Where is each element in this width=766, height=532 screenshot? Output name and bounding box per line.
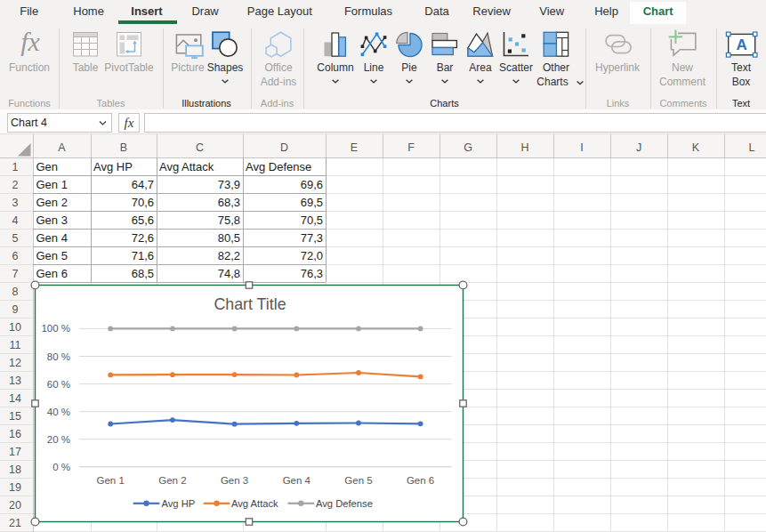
svg-text:Gen 1: Gen 1 — [36, 178, 68, 191]
svg-text:8: 8 — [12, 286, 19, 298]
svg-text:70,5: 70,5 — [301, 214, 323, 227]
svg-text:Gen 4: Gen 4 — [283, 475, 311, 486]
svg-text:Avg Defense: Avg Defense — [246, 160, 311, 173]
svg-text:82,2: 82,2 — [218, 249, 240, 262]
svg-text:Avg Defense: Avg Defense — [316, 498, 373, 509]
svg-text:Chart Title: Chart Title — [214, 295, 286, 313]
svg-text:65,6: 65,6 — [132, 214, 154, 227]
svg-text:20 %: 20 % — [47, 434, 70, 445]
svg-text:D: D — [280, 141, 288, 154]
svg-text:71,6: 71,6 — [132, 249, 154, 262]
svg-text:6: 6 — [12, 250, 19, 262]
svg-text:Gen 6: Gen 6 — [36, 267, 68, 280]
svg-text:1: 1 — [12, 161, 19, 173]
svg-text:19: 19 — [9, 481, 21, 494]
svg-text:Gen 4: Gen 4 — [36, 231, 68, 245]
svg-text:G: G — [464, 141, 472, 154]
svg-text:Gen 1: Gen 1 — [97, 475, 125, 486]
svg-text:A: A — [58, 141, 66, 154]
svg-text:C: C — [196, 141, 204, 154]
svg-text:J: J — [636, 141, 641, 154]
svg-text:Avg Attack: Avg Attack — [231, 498, 278, 509]
svg-text:70,6: 70,6 — [132, 196, 154, 209]
svg-text:I: I — [580, 141, 583, 154]
svg-text:64,7: 64,7 — [132, 178, 154, 191]
svg-text:20: 20 — [9, 499, 21, 512]
svg-text:3: 3 — [12, 197, 19, 209]
svg-text:74,8: 74,8 — [218, 267, 240, 280]
svg-text:14: 14 — [9, 392, 21, 405]
svg-text:75,8: 75,8 — [218, 214, 240, 227]
svg-text:100 %: 100 % — [41, 323, 70, 334]
svg-text:H: H — [520, 141, 528, 154]
svg-text:Gen 3: Gen 3 — [221, 475, 248, 486]
svg-text:Avg Attack: Avg Attack — [159, 160, 214, 173]
svg-text:21: 21 — [9, 517, 21, 529]
svg-text:E: E — [351, 141, 358, 154]
svg-text:80,5: 80,5 — [218, 231, 240, 245]
svg-text:73,9: 73,9 — [218, 178, 240, 191]
svg-text:68,3: 68,3 — [218, 196, 240, 209]
svg-text:72,0: 72,0 — [301, 249, 323, 262]
svg-text:77,3: 77,3 — [301, 231, 323, 245]
svg-text:17: 17 — [9, 446, 21, 458]
svg-text:F: F — [407, 141, 415, 154]
svg-text:Gen 2: Gen 2 — [36, 196, 68, 209]
svg-text:12: 12 — [9, 357, 21, 369]
svg-text:5: 5 — [12, 232, 19, 245]
svg-text:B: B — [120, 141, 127, 154]
svg-text:72,6: 72,6 — [132, 231, 154, 245]
svg-text:68,5: 68,5 — [132, 267, 154, 280]
svg-text:Gen 2: Gen 2 — [158, 475, 186, 486]
svg-text:13: 13 — [9, 375, 21, 387]
svg-text:4: 4 — [12, 214, 19, 227]
svg-text:16: 16 — [9, 428, 21, 440]
svg-text:9: 9 — [12, 303, 19, 316]
svg-text:0 %: 0 % — [52, 462, 70, 472]
svg-text:Avg HP: Avg HP — [162, 498, 196, 509]
svg-text:L: L — [749, 141, 755, 154]
svg-text:Gen: Gen — [36, 160, 59, 173]
svg-text:80 %: 80 % — [47, 351, 70, 362]
svg-text:69,6: 69,6 — [301, 178, 323, 191]
svg-text:A: A — [737, 36, 747, 53]
svg-text:40 %: 40 % — [47, 407, 70, 417]
svg-text:10: 10 — [9, 321, 21, 334]
svg-text:Avg HP: Avg HP — [93, 160, 133, 173]
svg-text:Gen 5: Gen 5 — [344, 475, 372, 486]
svg-text:Gen 6: Gen 6 — [407, 475, 434, 486]
svg-text:7: 7 — [12, 268, 19, 280]
svg-text:11: 11 — [10, 339, 21, 351]
svg-text:K: K — [692, 141, 700, 154]
svg-text:15: 15 — [9, 410, 21, 423]
svg-text:76,3: 76,3 — [301, 267, 323, 280]
svg-text:69,5: 69,5 — [301, 196, 323, 209]
svg-text:2: 2 — [12, 179, 19, 191]
svg-text:Gen 3: Gen 3 — [36, 214, 68, 227]
svg-text:Gen 5: Gen 5 — [36, 249, 68, 262]
svg-text:60 %: 60 % — [47, 379, 70, 390]
svg-text:18: 18 — [9, 463, 21, 476]
